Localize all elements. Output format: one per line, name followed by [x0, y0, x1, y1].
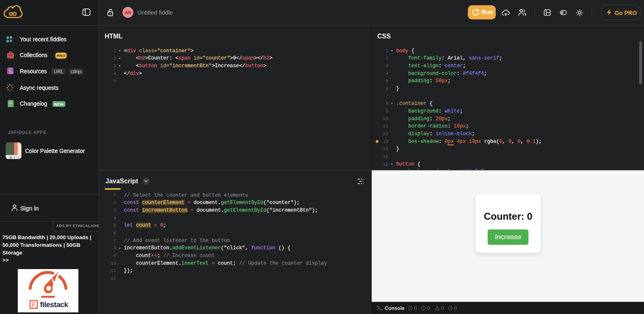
svg-text:filestack: filestack: [40, 300, 69, 309]
